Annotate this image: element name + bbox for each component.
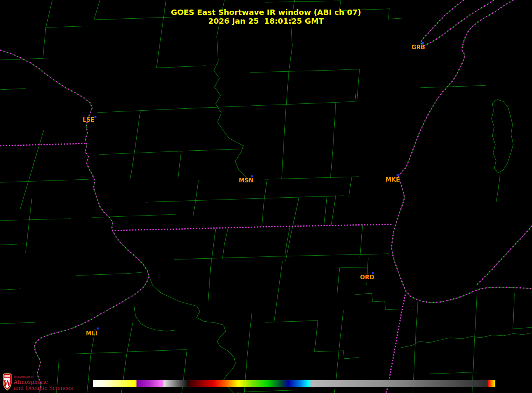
- county-boundary-line: [330, 102, 336, 178]
- county-boundary-line: [250, 69, 360, 72]
- county-boundary-line: [355, 293, 398, 310]
- county-boundary-line: [265, 321, 318, 322]
- county-boundary-line: [222, 227, 228, 259]
- county-boundary-line: [314, 321, 318, 352]
- county-boundary-line: [420, 85, 486, 88]
- mississippi-river-border-shoreline: [0, 50, 149, 393]
- county-boundary-line: [178, 151, 181, 179]
- title-line1: GOES East Shortwave IR window (ABI ch 07…: [171, 8, 361, 17]
- station-label-MLI: MLI: [86, 330, 97, 337]
- county-boundary-line: [513, 293, 514, 329]
- county-boundary-line: [357, 69, 360, 102]
- station-dot-MLI: [97, 328, 99, 330]
- county-boundary-line: [339, 267, 367, 268]
- lake-michigan-east-shore: [476, 226, 532, 285]
- county-boundary-line: [92, 214, 176, 217]
- station-label-MSN: MSN: [239, 177, 253, 184]
- county-boundary-line: [46, 26, 89, 27]
- ir-temperature-colorbar: [93, 380, 495, 387]
- county-boundary-line: [282, 71, 289, 179]
- county-boundary-line: [76, 272, 142, 275]
- uw-aos-logo: W Department of Atmospheric and Oceanic …: [2, 373, 116, 392]
- county-boundary-line: [0, 219, 71, 221]
- county-boundary-line: [429, 372, 477, 374]
- county-boundary-line: [337, 268, 340, 295]
- county-boundary-line: [314, 351, 359, 359]
- county-boundary-line: [147, 272, 235, 393]
- county-boundary-line: [208, 229, 216, 303]
- svg-text:W: W: [3, 379, 11, 387]
- county-boundary-line: [360, 225, 363, 258]
- county-boundary-line: [0, 289, 21, 290]
- county-boundary-line: [0, 179, 89, 182]
- county-boundary-line: [193, 180, 198, 216]
- county-boundary-line: [130, 110, 140, 180]
- county-boundary-line: [71, 350, 187, 354]
- county-boundary-line: [262, 179, 267, 226]
- logo-line1-text: Atmospheric: [14, 379, 48, 385]
- county-boundary-line: [145, 196, 343, 202]
- uw-crest-icon: W: [2, 373, 13, 391]
- county-boundary-line: [472, 293, 477, 393]
- county-boundary-line: [265, 177, 359, 179]
- county-boundary-line: [265, 1, 341, 2]
- county-boundary-line: [0, 89, 26, 90]
- county-boundary-line: [274, 261, 282, 322]
- county-boundary-line: [331, 195, 336, 225]
- image-title: GOES East Shortwave IR window (ABI ch 07…: [0, 8, 532, 26]
- station-label-GRB: GRB: [411, 44, 425, 51]
- county-boundary-line: [285, 196, 299, 261]
- mn-ia-border: [0, 143, 86, 146]
- county-boundary-line: [339, 92, 356, 102]
- station-label-MKE: MKE: [386, 176, 400, 183]
- satellite-map: [0, 0, 532, 393]
- station-label-ORD: ORD: [360, 274, 374, 281]
- mississippi-river-border: [0, 50, 149, 393]
- satellite-image-viewport: GOES East Shortwave IR window (ABI ch 07…: [0, 0, 532, 393]
- county-boundary-line: [174, 254, 389, 259]
- county-boundary-line: [214, 0, 250, 182]
- station-dot-LSE: [95, 116, 97, 118]
- county-boundary-line: [513, 327, 532, 329]
- county-boundary-line: [324, 196, 327, 225]
- county-boundary-line: [400, 333, 532, 348]
- county-boundary-line: [349, 177, 352, 196]
- county-boundary-line: [26, 196, 32, 253]
- county-boundary-line: [492, 100, 513, 173]
- title-line2: 2026 Jan 25 18:01:25 GMT: [208, 16, 324, 26]
- county-boundary-line: [156, 66, 206, 68]
- county-boundary-line: [413, 301, 418, 393]
- station-dot-MKE: [397, 174, 399, 176]
- wi-il-border: [112, 224, 392, 230]
- county-boundary-line: [496, 173, 500, 202]
- logo-dept-text: Department of: [14, 375, 34, 379]
- logo-line2-text: and Oceanic Sciences: [14, 385, 73, 391]
- county-boundary-line: [0, 322, 35, 324]
- county-boundary-line: [0, 244, 24, 245]
- station-label-LSE: LSE: [83, 116, 95, 123]
- county-boundary-line: [134, 305, 175, 331]
- county-boundary-line: [99, 149, 244, 155]
- county-boundary-line: [237, 390, 298, 392]
